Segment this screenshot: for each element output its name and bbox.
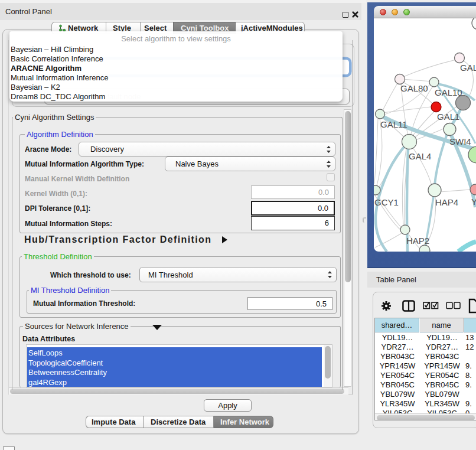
svg-text:SWI4: SWI4 [449, 136, 471, 146]
svg-text:Y: Y [471, 197, 476, 207]
svg-text:GAL: GAL [460, 63, 476, 73]
svg-text:GAL1: GAL1 [437, 112, 459, 122]
svg-text:HAP2: HAP2 [406, 236, 429, 246]
svg-text:GAL10: GAL10 [435, 87, 462, 97]
svg-text:GAL80: GAL80 [400, 83, 428, 93]
svg-text:GAL11: GAL11 [380, 119, 407, 129]
svg-text:HAP4: HAP4 [435, 197, 458, 207]
svg-text:GCY1: GCY1 [374, 197, 399, 207]
svg-text:GAL4: GAL4 [409, 151, 431, 161]
